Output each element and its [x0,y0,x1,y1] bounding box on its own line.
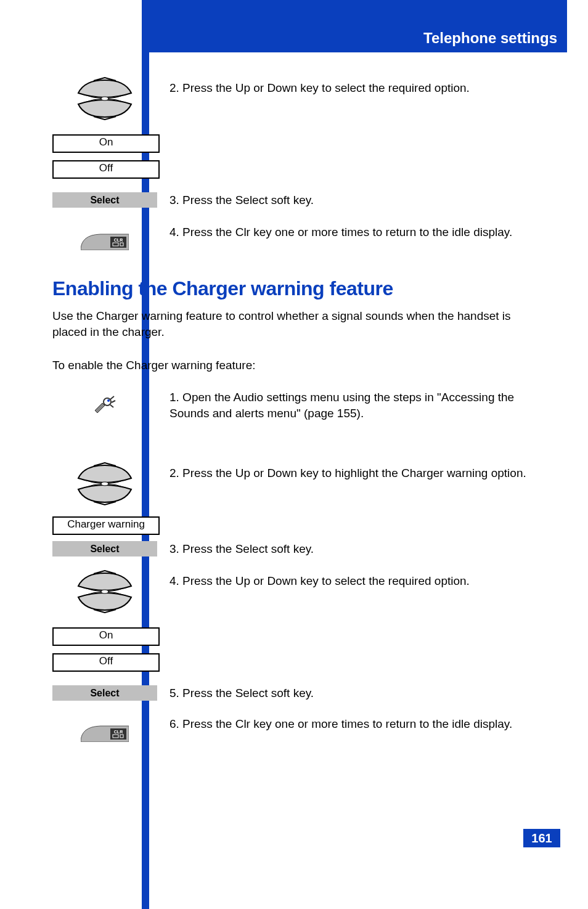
menu-charger-warning[interactable]: Charger warning [52,516,160,535]
nav-radar-icon [52,570,157,622]
step-text: 2. Press the Up or Down key to select th… [169,80,545,96]
clr-key-icon[interactable] [52,714,157,742]
step-text: 3. Press the Select soft key. [169,541,545,557]
nav-radar-icon [52,77,157,129]
select-button[interactable]: Select [52,541,157,556]
step-text: 3. Press the Select soft key. [169,192,545,208]
step-text: 4. Press the Clr key one or more times t… [169,224,545,240]
clr-key-icon[interactable] [52,222,157,250]
step-intro: To enable the Charger warning feature: [52,357,545,373]
section-heading: Enabling the Charger warning feature [52,277,393,300]
step-text: 6. Press the Clr key one or more times t… [169,716,545,732]
option-on[interactable]: On [52,627,160,646]
select-button[interactable]: Select [52,685,157,701]
section-paragraph: Use the Charger warning feature to contr… [52,308,545,340]
step-text: 4. Press the Up or Down key to select th… [169,573,545,589]
step-text: 5. Press the Select soft key. [169,685,545,701]
step-text: 2. Press the Up or Down key to highlight… [169,465,545,481]
nav-radar-icon [52,462,157,514]
page-section-title: Telephone settings [423,30,557,47]
page-number: 161 [523,829,560,847]
settings-tool-icon [94,394,116,417]
option-off[interactable]: Off [52,160,160,179]
option-off[interactable]: Off [52,653,160,672]
select-button[interactable]: Select [52,192,157,208]
step-text: 1. Open the Audio settings menu using th… [169,389,545,421]
option-on[interactable]: On [52,134,160,153]
